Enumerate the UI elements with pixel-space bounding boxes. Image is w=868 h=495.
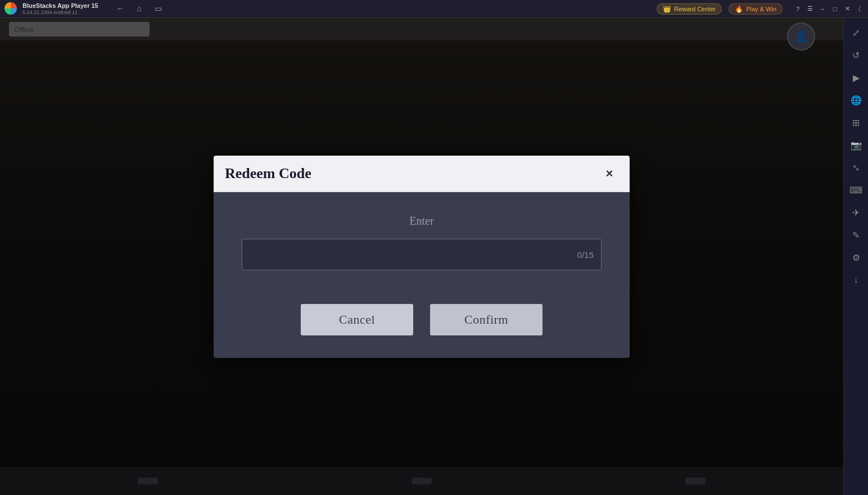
video-icon[interactable]: ▶ <box>846 67 866 88</box>
fire-icon: 🔥 <box>735 5 743 13</box>
sidebar-icon-2[interactable]: ↺ <box>846 45 866 65</box>
dialog-body-label: Enter <box>409 215 433 228</box>
reward-center-button[interactable]: 👑 Reward Center <box>657 3 722 15</box>
bluestacks-logo <box>4 2 17 15</box>
code-input-wrapper: 0/15 <box>242 239 602 270</box>
sidebar-toggle-button[interactable]: 〈 <box>856 5 864 13</box>
redeem-code-dialog: Redeem Code × Enter 0/15 Cancel Confirm <box>214 156 630 358</box>
keyboard-icon[interactable]: ⌨ <box>846 180 866 200</box>
modal-overlay: Redeem Code × Enter 0/15 Cancel Confirm <box>0 18 843 495</box>
globe-icon[interactable]: 🌐 <box>846 90 866 110</box>
menu-button[interactable]: ☰ <box>806 5 814 13</box>
app-title-text: BlueStacks App Player 15 5.14.21.1004 An… <box>22 2 98 16</box>
minimize-button[interactable]: − <box>819 5 826 13</box>
home-icon[interactable]: ⌂ <box>134 3 144 13</box>
right-sidebar: ⤢ ↺ ▶ 🌐 ⊞ 📷 ⤡ ⌨ ✈ ✎ ⚙ ↓ <box>843 18 868 495</box>
expand-icon[interactable]: ⤢ <box>846 22 866 43</box>
title-bar-right: 👑 Reward Center 🔥 Play & Win ? ☰ − □ ✕ 〈 <box>657 3 864 15</box>
reward-center-label: Reward Center <box>674 6 716 12</box>
close-button[interactable]: ✕ <box>843 5 851 13</box>
copy-icon[interactable]: ▭ <box>153 3 164 13</box>
window-controls: ? ☰ − □ ✕ 〈 <box>794 5 864 13</box>
camera-icon[interactable]: 📷 <box>846 135 866 155</box>
back-icon[interactable]: ← <box>115 3 125 13</box>
layers-icon[interactable]: ⊞ <box>846 112 866 133</box>
title-bar: BlueStacks App Player 15 5.14.21.1004 An… <box>0 0 868 18</box>
play-win-button[interactable]: 🔥 Play & Win <box>729 3 783 15</box>
title-bar-left: BlueStacks App Player 15 5.14.21.1004 An… <box>4 2 657 16</box>
dialog-buttons: Cancel Confirm <box>242 304 602 335</box>
app-name: BlueStacks App Player 15 <box>22 2 98 10</box>
app-version: 5.14.21.1004 Android 11 <box>22 10 98 16</box>
airplane-icon[interactable]: ✈ <box>846 202 866 222</box>
dialog-title: Redeem Code <box>225 165 311 182</box>
download-icon[interactable]: ↓ <box>846 270 866 290</box>
dialog-header: Redeem Code × <box>214 156 630 192</box>
help-button[interactable]: ? <box>794 5 802 13</box>
edit-icon[interactable]: ✎ <box>846 225 866 245</box>
cancel-button[interactable]: Cancel <box>301 304 413 335</box>
dialog-close-button[interactable]: × <box>600 165 618 183</box>
dialog-body: Enter 0/15 Cancel Confirm <box>214 192 630 358</box>
maximize-button[interactable]: □ <box>831 5 839 13</box>
code-input[interactable] <box>242 239 602 270</box>
nav-controls: ← ⌂ ▭ <box>115 3 164 13</box>
crown-icon: 👑 <box>663 5 671 13</box>
settings-icon[interactable]: ⚙ <box>846 247 866 267</box>
resize-icon[interactable]: ⤡ <box>846 157 866 178</box>
main-content: Office 👤 Redeem Code × Enter 0/15 <box>0 18 843 495</box>
play-win-label: Play & Win <box>746 6 776 12</box>
confirm-button[interactable]: Confirm <box>430 304 542 335</box>
